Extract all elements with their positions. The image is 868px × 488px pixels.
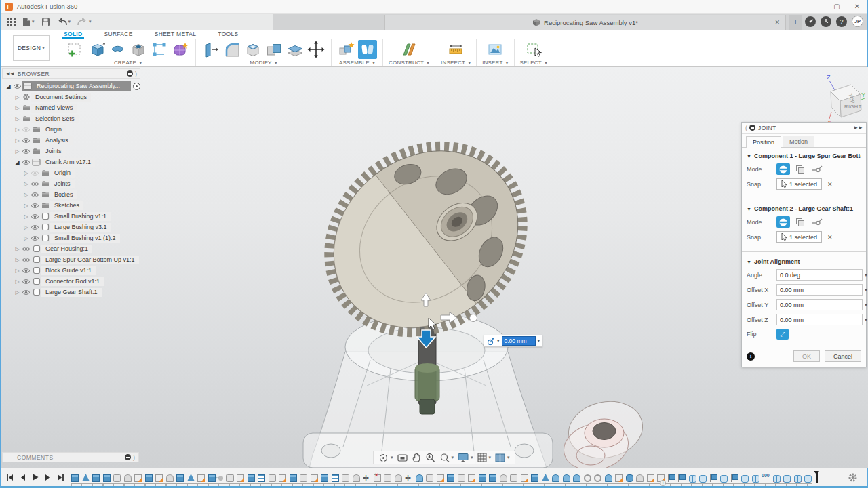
tree-row-15[interactable]: ▷Gear Housing:1 <box>2 243 140 254</box>
extrude-icon[interactable] <box>87 40 106 59</box>
timeline-feature-jnt-icon[interactable] <box>752 474 760 482</box>
joint-alignment-header[interactable]: ▼Joint Alignment <box>747 258 861 265</box>
display-settings-icon[interactable] <box>127 70 133 77</box>
expand-node-icon[interactable]: ▷ <box>14 94 21 100</box>
play-button[interactable] <box>32 473 39 481</box>
expand-node-icon[interactable]: ▷ <box>14 257 21 263</box>
hole-icon[interactable] <box>129 40 148 59</box>
expand-node-icon[interactable]: ▷ <box>14 279 21 285</box>
combine-icon[interactable] <box>264 40 283 59</box>
tree-row-13[interactable]: ▷Large Bushing v3:1 <box>2 222 140 232</box>
tree-item-label[interactable]: Document Settings <box>31 93 91 102</box>
visibility-on-icon[interactable] <box>21 148 31 155</box>
tree-item-label[interactable]: Reciprocating Saw Assembly... <box>33 82 124 91</box>
comments-bar[interactable]: COMMENTS ) <box>2 452 139 462</box>
expand-node-icon[interactable]: ▷ <box>14 148 21 155</box>
tree-row-6[interactable]: ▷Joints <box>2 146 140 157</box>
timeline-feature-ext-icon[interactable] <box>92 474 100 482</box>
expand-node-icon[interactable]: ▷ <box>14 289 21 296</box>
expand-node-icon[interactable]: ▷ <box>14 138 21 144</box>
revolve-icon[interactable] <box>108 40 127 59</box>
expand-node-icon[interactable]: ▷ <box>22 170 30 176</box>
flip-button[interactable]: ⤢ <box>776 329 789 340</box>
collapse-panel-icon[interactable]: ◄◄ <box>5 70 14 77</box>
timeline-feature-dots-icon[interactable] <box>762 474 770 482</box>
tree-row-9[interactable]: ▷Joints <box>2 178 140 189</box>
group-label-assemble[interactable]: ASSEMBLE ▾ <box>339 60 375 66</box>
panel-grip-icon[interactable]: ( <box>745 125 747 131</box>
expand-node-icon[interactable]: ▷ <box>22 192 30 198</box>
tree-row-1[interactable]: ▷Document Settings <box>2 92 140 102</box>
timeline-feature-boxg-icon[interactable] <box>384 474 391 482</box>
dropdown-caret-icon[interactable]: ▾ <box>538 338 540 344</box>
timeline-feature-circ-icon[interactable] <box>584 474 591 482</box>
tree-row-14[interactable]: ▷Small Bushing v1 (1):2 <box>2 232 140 243</box>
visibility-on-icon[interactable] <box>30 224 40 230</box>
timeline-feature-ext-icon[interactable] <box>321 474 328 482</box>
tree-item-label[interactable]: Origin <box>50 169 75 178</box>
expand-node-icon[interactable]: ▷ <box>14 127 21 133</box>
tree-row-2[interactable]: ▷Named Views <box>2 102 140 113</box>
move-copy-icon[interactable] <box>307 40 326 59</box>
tree-row-8[interactable]: ▷Origin <box>2 167 140 178</box>
tree-item-label[interactable]: Joints <box>41 147 66 156</box>
timeline-feature-sk-icon[interactable] <box>237 474 244 482</box>
tree-item-label[interactable]: Large Bushing v3:1 <box>50 223 111 232</box>
joint-tab-position[interactable]: Position <box>746 136 781 148</box>
expand-node-icon[interactable]: ▷ <box>14 246 21 252</box>
timeline-feature-domeg-icon[interactable] <box>500 474 507 482</box>
timeline-feature-domeg-icon[interactable] <box>395 474 402 482</box>
timeline-position-marker[interactable] <box>816 472 818 483</box>
component2-snap-selection[interactable]: 1 selected <box>776 231 822 243</box>
tree-row-11[interactable]: ▷Sketches <box>2 200 140 211</box>
timeline-feature-sk-icon[interactable] <box>279 474 286 482</box>
timeline-feature-boxg-icon[interactable] <box>458 474 465 482</box>
timeline-feature-boxg-icon[interactable] <box>300 474 307 482</box>
timeline-feature-domeg-icon[interactable] <box>124 474 132 482</box>
timeline-feature-ext-icon[interactable] <box>176 474 184 482</box>
timeline-feature-boxg-icon[interactable] <box>113 474 121 482</box>
view-cube[interactable]: Z TOP RIGHT Y X <box>814 71 866 125</box>
timeline-feature-move-icon[interactable] <box>363 474 370 482</box>
tree-row-16[interactable]: ▷Large Spur Gear Bottom Up v1:1 <box>2 254 140 265</box>
app-grid-icon[interactable] <box>5 16 18 28</box>
insert-canvas-icon[interactable] <box>486 40 505 59</box>
step-back-button[interactable] <box>20 474 26 481</box>
offset-x-input[interactable] <box>776 284 863 296</box>
display-settings-icon[interactable]: ▾ <box>458 453 473 462</box>
timeline-settings-gear-icon[interactable] <box>848 472 858 483</box>
component2-header[interactable]: ▼Component 2 - Large Gear Shaft:1 <box>747 205 861 212</box>
visibility-off-icon[interactable] <box>21 127 31 133</box>
visibility-on-icon[interactable] <box>30 181 40 187</box>
viewports-icon[interactable]: ▾ <box>495 453 510 462</box>
tree-item-label[interactable]: Large Gear Shaft:1 <box>41 288 102 297</box>
visibility-on-icon[interactable] <box>21 159 31 165</box>
timeline-feature-jntr-icon[interactable] <box>794 474 802 482</box>
visibility-on-icon[interactable] <box>21 268 31 274</box>
tree-item-label[interactable]: Connector Rod v1:1 <box>41 277 104 286</box>
tab-solid[interactable]: SOLID <box>62 30 84 39</box>
dropdown-caret-icon[interactable]: ▼ <box>863 302 868 307</box>
mode-motion-link-icon[interactable] <box>810 163 824 175</box>
job-status-icon[interactable] <box>805 16 816 27</box>
help-icon[interactable]: ? <box>836 16 847 27</box>
panel-grip-icon[interactable]: ) <box>135 70 137 77</box>
info-icon[interactable]: i <box>747 352 755 361</box>
joint-tab-motion[interactable]: Motion <box>783 136 814 147</box>
tree-item-label[interactable]: Block Guide v1:1 <box>41 266 96 275</box>
timeline-feature-jnt-icon[interactable] <box>699 474 707 482</box>
tree-item-label[interactable]: Large Spur Gear Bottom Up v1:1 <box>41 256 139 264</box>
expand-node-icon[interactable]: ▷ <box>22 203 30 209</box>
minimize-button[interactable]: – <box>806 1 827 13</box>
timeline-feature-ext-icon[interactable] <box>531 474 538 482</box>
timeline-feature-domeg-icon[interactable] <box>166 474 174 482</box>
expand-node-icon[interactable]: ▷ <box>14 105 21 111</box>
selected-row-highlight[interactable]: Reciprocating Saw Assembly... <box>22 81 131 91</box>
timeline-feature-domeb-icon[interactable] <box>552 474 559 482</box>
timeline-feature-boxg-icon[interactable] <box>226 474 234 482</box>
visibility-on-icon[interactable] <box>21 257 31 263</box>
dropdown-caret-icon[interactable]: ▼ <box>863 287 868 292</box>
3d-viewport[interactable]: ◄◄ BROWSER ) ◢Reciprocating Saw Assembly… <box>1 67 868 468</box>
dropdown-caret-icon[interactable]: ▼ <box>863 317 868 322</box>
close-button[interactable]: ✕ <box>847 1 867 13</box>
